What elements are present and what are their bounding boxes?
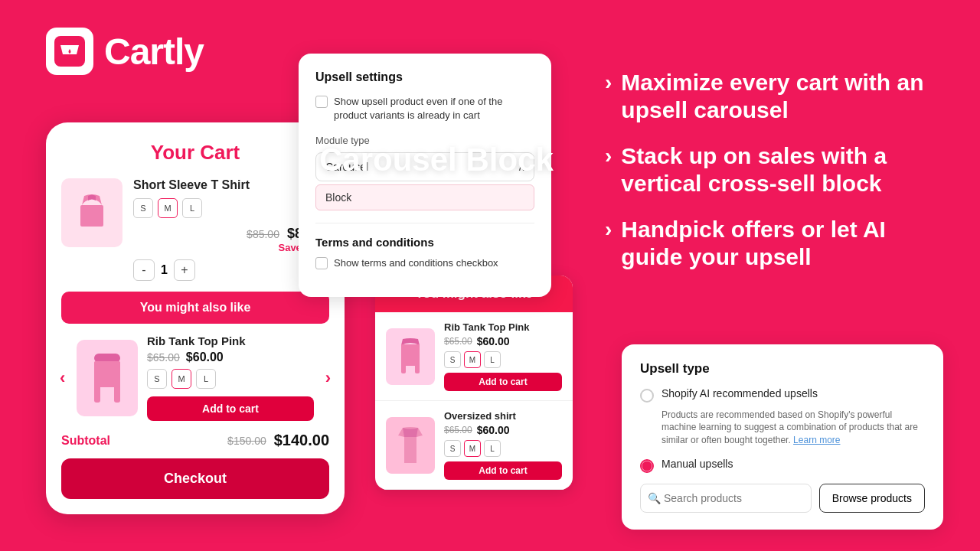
svg-rect-3	[80, 205, 103, 227]
cs2-size-m[interactable]: M	[464, 440, 481, 457]
learn-more-link[interactable]: Learn more	[793, 435, 840, 445]
cs2-size-s[interactable]: S	[444, 440, 461, 457]
bullet-text-1: Maximize every cart with an upsell carou…	[621, 69, 934, 124]
checkout-button[interactable]: Checkout	[61, 458, 329, 499]
bullet-3: › Handpick offers or let AI guide your u…	[605, 216, 934, 271]
radio-option-manual[interactable]: Manual upsells	[640, 458, 925, 473]
crosssell-sale-1: $60.00	[477, 335, 510, 347]
qty-value: 1	[161, 263, 168, 277]
crosssell-prices-1: $65.00 $60.00	[444, 335, 562, 347]
cart-item: Short Sleeve T Shirt S M L $85.00 $80.00…	[61, 178, 329, 281]
crosssell-sizes-2: S M L	[444, 440, 562, 457]
crosssell-sizes-1: S M L	[444, 351, 562, 368]
carousel-size-l[interactable]: L	[196, 369, 216, 389]
carousel-details: Rib Tank Top Pink $65.00 $60.00 S M L Ad…	[147, 334, 314, 421]
cart-title: Your Cart	[61, 141, 329, 165]
logo-area: Cartly	[46, 28, 204, 75]
qty-plus[interactable]: +	[174, 259, 195, 281]
size-l[interactable]: L	[182, 198, 202, 218]
crosssell-sale-2: $60.00	[477, 424, 510, 436]
radio-ai-desc: Products are recommended based on Shopif…	[662, 409, 925, 447]
carousel-block-label: Carousel Block	[319, 142, 554, 178]
qty-minus[interactable]: -	[133, 259, 155, 281]
cs2-size-l[interactable]: L	[484, 440, 501, 457]
cs1-size-l[interactable]: L	[484, 351, 501, 368]
search-products-input[interactable]	[640, 484, 812, 513]
radio-manual-circle[interactable]	[640, 459, 654, 473]
terms-title: Terms and conditions	[315, 236, 534, 249]
browse-products-button[interactable]: Browse products	[819, 484, 925, 513]
crosssell-add-1[interactable]: Add to cart	[444, 373, 562, 391]
crosssell-item-1: Rib Tank Top Pink $65.00 $60.00 S M L Ad…	[375, 312, 573, 401]
carousel-prices: $65.00 $60.00	[147, 350, 314, 364]
radio-option-ai[interactable]: Shopify AI recommended upsells	[640, 387, 925, 403]
dropdown-block-option[interactable]: Block	[315, 184, 534, 210]
crosssell-panel: You might also like Rib Tank Top Pink $6…	[375, 276, 573, 490]
upsell-checkbox-row[interactable]: Show upsell product even if one of the p…	[315, 95, 534, 122]
terms-checkbox-row[interactable]: Show terms and conditions checkbox	[315, 256, 534, 270]
search-browse-row: 🔍 Browse products	[640, 484, 925, 513]
crosssell-prices-2: $65.00 $60.00	[444, 424, 562, 436]
crosssell-original-2: $65.00	[444, 425, 472, 435]
upsell-banner: You might also like	[61, 292, 329, 324]
chevron-icon-2: ›	[605, 144, 612, 168]
crosssell-add-2[interactable]: Add to cart	[444, 461, 562, 480]
svg-point-1	[64, 56, 68, 60]
cart-item-image	[61, 178, 122, 247]
svg-rect-7	[94, 361, 120, 387]
size-s[interactable]: S	[133, 198, 153, 218]
subtotal-prices: $150.00 $140.00	[227, 432, 329, 449]
search-wrapper: 🔍	[640, 484, 812, 513]
bullet-text-2: Stack up on sales with a vertical cross-…	[621, 142, 934, 197]
subtotal-sale: $140.00	[274, 432, 329, 449]
radio-ai-circle[interactable]	[640, 389, 654, 403]
upsell-checkbox-label: Show upsell product even if one of the p…	[334, 95, 534, 122]
upsell-type-title: Upsell type	[640, 361, 925, 377]
carousel-add-to-cart[interactable]: Add to cart	[147, 396, 314, 421]
carousel-price-sale: $60.00	[186, 350, 224, 364]
terms-checkbox-label: Show terms and conditions checkbox	[334, 256, 498, 270]
upsell-type-panel: Upsell type Shopify AI recommended upsel…	[622, 344, 943, 530]
subtotal-row: Subtotal $150.00 $140.00	[61, 432, 329, 449]
cs1-size-s[interactable]: S	[444, 351, 461, 368]
bullet-2: › Stack up on sales with a vertical cros…	[605, 142, 934, 197]
carousel-arrow-left[interactable]: ‹	[60, 368, 65, 388]
subtotal-original: $150.00	[227, 435, 266, 447]
settings-title: Upsell settings	[315, 70, 534, 84]
radio-ai-label: Shopify AI recommended upsells	[662, 387, 818, 399]
bullet-text-3: Handpick offers or let AI guide your ups…	[621, 216, 934, 271]
upsell-checkbox[interactable]	[315, 96, 328, 108]
size-m[interactable]: M	[158, 198, 178, 218]
cs1-size-m[interactable]: M	[464, 351, 481, 368]
radio-manual-label: Manual upsells	[662, 458, 733, 470]
carousel-item-image	[77, 340, 138, 416]
cart-price-original: $85.00	[247, 228, 279, 240]
divider	[315, 223, 534, 223]
subtotal-label: Subtotal	[61, 434, 110, 448]
carousel-price-original: $65.00	[147, 351, 180, 364]
crosssell-name-2: Oversized shirt	[444, 410, 562, 422]
carousel-sizes: S M L	[147, 369, 314, 389]
chevron-icon-1: ›	[605, 70, 612, 95]
right-text-panel: › Maximize every cart with an upsell car…	[605, 69, 934, 289]
crosssell-img-1	[386, 328, 435, 385]
search-icon: 🔍	[648, 492, 661, 504]
svg-point-2	[74, 56, 77, 60]
carousel-card: Rib Tank Top Pink $65.00 $60.00 S M L Ad…	[77, 334, 314, 421]
svg-rect-10	[401, 344, 420, 366]
carousel-arrow-right[interactable]: ›	[325, 368, 331, 388]
crosssell-details-1: Rib Tank Top Pink $65.00 $60.00 S M L Ad…	[444, 321, 562, 391]
terms-checkbox[interactable]	[315, 257, 328, 269]
logo-icon	[46, 28, 93, 75]
crosssell-original-1: $65.00	[444, 336, 472, 347]
carousel-wrapper: ‹ Rib Tank Top Pink $65.00 $60.00 S M	[61, 334, 329, 421]
crosssell-name-1: Rib Tank Top Pink	[444, 321, 562, 333]
crosssell-details-2: Oversized shirt $65.00 $60.00 S M L Add …	[444, 410, 562, 480]
logo-name: Cartly	[104, 31, 204, 73]
crosssell-item-2: Oversized shirt $65.00 $60.00 S M L Add …	[375, 401, 573, 490]
bullet-1: › Maximize every cart with an upsell car…	[605, 69, 934, 124]
carousel-size-m[interactable]: M	[172, 369, 191, 389]
crosssell-img-2	[386, 417, 435, 474]
carousel-item-name: Rib Tank Top Pink	[147, 334, 314, 347]
carousel-size-s[interactable]: S	[147, 369, 167, 389]
